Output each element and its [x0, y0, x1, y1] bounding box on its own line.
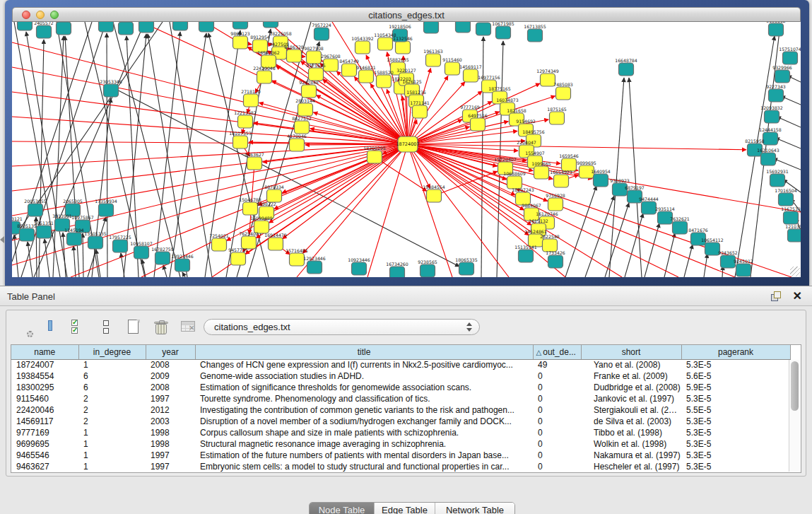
table-row[interactable]: 2242004622012Investigating the contribut…: [11, 404, 790, 416]
cell-pagerank[interactable]: 5.9E-5: [681, 382, 790, 393]
cell-year[interactable]: 1998: [146, 427, 195, 438]
cell-pagerank[interactable]: 5.3E-5: [681, 393, 790, 404]
row-height-icon[interactable]: [96, 317, 117, 339]
cell-title[interactable]: Estimation of the future numbers of pati…: [195, 450, 533, 461]
cell-out_de[interactable]: 49: [533, 359, 581, 370]
cell-out_de[interactable]: 0: [533, 438, 581, 450]
cell-year[interactable]: 2009: [146, 370, 195, 382]
tab-network-table[interactable]: Network Table: [435, 503, 514, 514]
cell-short[interactable]: Stergiakouli et al. (2012): [581, 404, 681, 416]
table-row[interactable]: 1830029562008Estimation of significance …: [11, 382, 790, 393]
cell-short[interactable]: de Silva et al. (2003): [581, 416, 681, 427]
network-canvas[interactable]: 9860123891295418226058942750981863289827…: [12, 22, 801, 277]
column-header-year[interactable]: year: [146, 345, 195, 359]
cell-short[interactable]: Franke et al. (2009): [581, 370, 681, 382]
cell-year[interactable]: 2003: [146, 416, 195, 427]
delete-table-icon[interactable]: [179, 317, 200, 339]
cell-in_degree[interactable]: 6: [78, 382, 146, 393]
scrollbar-thumb[interactable]: [791, 361, 799, 411]
cell-in_degree[interactable]: 1: [78, 359, 146, 370]
table-vertical-scrollbar[interactable]: [789, 360, 800, 472]
cell-short[interactable]: Tibbo et al. (1998): [581, 427, 681, 438]
cell-out_de[interactable]: 0: [533, 370, 581, 382]
cell-year[interactable]: 1997: [146, 461, 195, 472]
cell-out_de[interactable]: 0: [533, 450, 581, 461]
cell-name[interactable]: 9465546: [11, 450, 78, 461]
cell-name[interactable]: 19384554: [11, 370, 78, 382]
table-row[interactable]: 1938455462009Genome-wide association stu…: [11, 370, 790, 382]
cell-title[interactable]: Changes of HCN gene expression and I(f) …: [195, 359, 533, 370]
close-panel-icon[interactable]: ✕: [793, 289, 802, 303]
cell-title[interactable]: Corpus callosum shape and size in male p…: [195, 427, 533, 438]
table-row[interactable]: 977716911998Corpus callosum shape and si…: [11, 427, 790, 438]
cell-in_degree[interactable]: 1: [78, 438, 146, 450]
cell-out_de[interactable]: 0: [533, 393, 581, 404]
cell-name[interactable]: 22420046: [11, 404, 78, 416]
cell-name[interactable]: 9777169: [11, 427, 78, 438]
cell-in_degree[interactable]: 1: [78, 427, 146, 438]
cell-year[interactable]: 1997: [146, 450, 195, 461]
cell-year[interactable]: 1998: [146, 438, 195, 450]
cell-in_degree[interactable]: 6: [78, 370, 146, 382]
network-window-titlebar[interactable]: citations_edges.txt: [12, 7, 801, 22]
cell-out_de[interactable]: 0: [533, 416, 581, 427]
cell-year[interactable]: 1997: [146, 393, 195, 404]
panel-collapse-handle[interactable]: [0, 236, 4, 243]
table-row[interactable]: 1456911722003Disruption of a novel membe…: [11, 416, 790, 427]
table-row[interactable]: 946554611997Estimation of the future num…: [11, 450, 790, 461]
column-header-out_de[interactable]: △out_de...: [533, 345, 581, 359]
column-header-title[interactable]: title: [195, 345, 533, 359]
cell-pagerank[interactable]: 5.3E-5: [681, 438, 790, 450]
cell-title[interactable]: Estimation of significance thresholds fo…: [195, 382, 533, 393]
cell-in_degree[interactable]: 2: [78, 416, 146, 427]
tab-edge-table[interactable]: Edge Table: [375, 503, 435, 514]
cell-title[interactable]: Structural magnetic resonance image aver…: [195, 438, 533, 450]
cell-title[interactable]: Tourette syndrome. Phenomenology and cla…: [195, 393, 533, 404]
cell-title[interactable]: Embryonic stem cells: a model to study s…: [195, 461, 533, 472]
citation-network-graph[interactable]: 9860123891295418226058942750981863289827…: [12, 22, 801, 277]
cell-out_de[interactable]: 0: [533, 404, 581, 416]
cell-name[interactable]: 9699695: [11, 438, 78, 450]
delete-attribute-icon[interactable]: [151, 317, 172, 339]
column-header-name[interactable]: name: [11, 345, 78, 359]
cell-short[interactable]: Dudbridge et al. (2008): [581, 382, 681, 393]
cell-name[interactable]: 18724007: [11, 359, 78, 370]
cell-short[interactable]: Wolkin et al. (1998): [581, 438, 681, 450]
cell-title[interactable]: Genome-wide association studies in ADHD.: [195, 370, 533, 382]
table-settings-icon[interactable]: [13, 317, 35, 339]
cell-short[interactable]: Yano et al. (2008): [581, 359, 681, 370]
cell-name[interactable]: 14569117: [11, 416, 78, 427]
column-display-icon[interactable]: [41, 317, 62, 339]
cell-in_degree[interactable]: 1: [78, 450, 146, 461]
cell-year[interactable]: 2008: [146, 382, 195, 393]
cell-pagerank[interactable]: 5.3E-5: [681, 461, 790, 472]
float-panel-icon[interactable]: [771, 291, 781, 301]
cell-title[interactable]: Investigating the contribution of common…: [195, 404, 533, 416]
cell-pagerank[interactable]: 5.3E-5: [681, 427, 790, 438]
cell-short[interactable]: Nakamura et al. (1997): [581, 450, 681, 461]
cell-pagerank[interactable]: 5.6E-5: [681, 370, 790, 382]
table-row[interactable]: 911546021997Tourette syndrome. Phenomeno…: [11, 393, 790, 404]
cell-year[interactable]: 2008: [146, 359, 195, 370]
cell-title[interactable]: Disruption of a novel member of a sodium…: [195, 416, 533, 427]
cell-out_de[interactable]: 0: [533, 382, 581, 393]
cell-year[interactable]: 2012: [146, 404, 195, 416]
column-header-short[interactable]: short: [581, 345, 681, 359]
network-view-window[interactable]: citations_edges.txt 98601238912954182260…: [5, 0, 809, 286]
cell-pagerank[interactable]: 5.3E-5: [681, 416, 790, 427]
select-attributes-icon[interactable]: [69, 317, 90, 339]
table-row[interactable]: 969969511998Structural magnetic resonanc…: [11, 438, 790, 450]
tab-node-table[interactable]: Node Table: [310, 503, 375, 514]
cell-in_degree[interactable]: 2: [78, 404, 146, 416]
column-header-in_degree[interactable]: in_degree: [78, 345, 146, 359]
window-resize-grip[interactable]: [790, 267, 800, 276]
column-header-pagerank[interactable]: pagerank: [681, 345, 790, 359]
cell-out_de[interactable]: 0: [533, 461, 581, 472]
cell-pagerank[interactable]: 5.5E-5: [681, 404, 790, 416]
network-table-select[interactable]: citations_edges.txt: [204, 319, 480, 335]
cell-name[interactable]: 18300295: [11, 382, 78, 393]
cell-in_degree[interactable]: 1: [78, 461, 146, 472]
cell-short[interactable]: Hescheler et al. (1997): [581, 461, 681, 472]
cell-name[interactable]: 9463627: [11, 461, 78, 472]
cell-name[interactable]: 9115460: [11, 393, 78, 404]
